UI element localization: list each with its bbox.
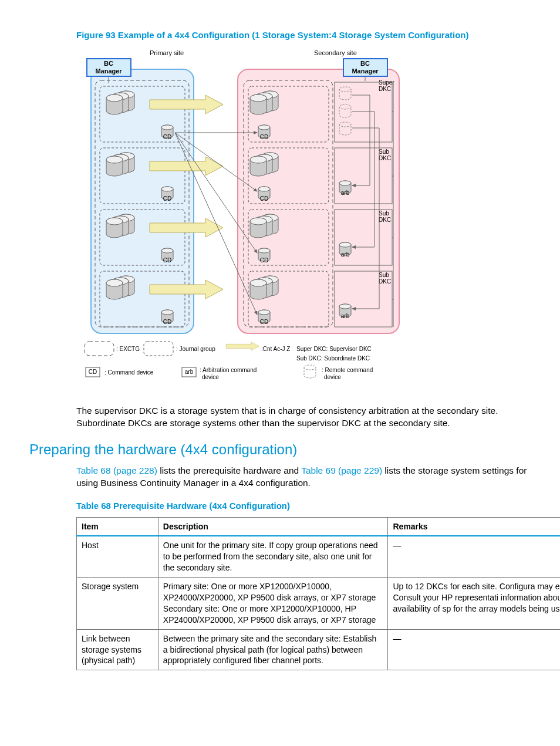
svg-text:Sub: Sub xyxy=(379,272,389,278)
th-description: Description xyxy=(158,517,388,536)
svg-text:: Arbitration command: : Arbitration command xyxy=(200,367,257,373)
svg-text:Manager: Manager xyxy=(95,67,122,75)
svg-text:CD: CD xyxy=(89,369,97,375)
svg-text:device: device xyxy=(324,374,341,380)
svg-text::Cnt Ac-J Z: :Cnt Ac-J Z xyxy=(261,346,290,352)
table-caption: Table 68 Prerequisite Hardware (4x4 Conf… xyxy=(76,500,560,512)
svg-text:arb: arb xyxy=(185,369,194,375)
svg-text:arb: arb xyxy=(341,313,350,319)
svg-text:: Remote command: : Remote command xyxy=(322,367,373,373)
svg-text:BC: BC xyxy=(360,60,370,67)
supervisor-dkc-paragraph: The supervisor DKC is a storage system t… xyxy=(76,405,546,430)
link-table-68[interactable]: Table 68 (page 228) xyxy=(76,465,157,475)
svg-text:DKC: DKC xyxy=(379,86,391,92)
prereq-hardware-table: Item Description Remarks Host One unit f… xyxy=(76,517,560,671)
svg-text:CD: CD xyxy=(163,134,171,140)
svg-text:Manager: Manager xyxy=(352,67,379,75)
svg-text:DKC: DKC xyxy=(379,217,391,223)
svg-text:DKC: DKC xyxy=(379,155,391,161)
svg-text:device: device xyxy=(202,374,219,380)
svg-text:CD: CD xyxy=(163,195,171,202)
svg-text:DKC: DKC xyxy=(379,278,391,285)
section-heading: Preparing the hardware (4x4 configuratio… xyxy=(29,440,560,459)
svg-text:Sub DKC: Subordinate DKC: Sub DKC: Subordinate DKC xyxy=(296,355,370,362)
table-row: Host One unit for the primary site. If c… xyxy=(77,536,561,577)
svg-text:BC: BC xyxy=(104,60,113,67)
svg-text:CD: CD xyxy=(260,195,268,202)
table-row: Link between storage systems (physical p… xyxy=(77,629,561,670)
svg-text:: Journal group: : Journal group xyxy=(176,346,215,352)
svg-text:CD: CD xyxy=(163,257,171,264)
svg-rect-56 xyxy=(144,342,173,356)
svg-text:Super DKC: Supervisor DKC: Super DKC: Supervisor DKC xyxy=(296,346,372,352)
intro-paragraph: Table 68 (page 228) lists the prerequisi… xyxy=(76,465,546,490)
svg-text:CD: CD xyxy=(163,319,171,325)
link-table-69[interactable]: Table 69 (page 229) xyxy=(301,465,382,475)
primary-site-label: Primary site xyxy=(150,49,184,56)
svg-text:CD: CD xyxy=(260,134,268,140)
svg-text:: EXCTG: : EXCTG xyxy=(116,346,140,352)
figure-diagram: Primary site Secondary site BC Manager B… xyxy=(82,48,560,392)
figure-caption: Figure 93 Example of a 4x4 Configuration… xyxy=(76,29,560,41)
svg-text:Sub: Sub xyxy=(379,148,389,155)
svg-text:CD: CD xyxy=(260,257,268,264)
table-row: Storage system Primary site: One or more… xyxy=(77,578,561,630)
th-remarks: Remarks xyxy=(388,517,560,536)
svg-text:Sub: Sub xyxy=(379,210,389,217)
svg-text:arb: arb xyxy=(341,190,350,196)
svg-text:CD: CD xyxy=(260,319,268,325)
svg-text:: Command device: : Command device xyxy=(104,369,154,376)
secondary-site-label: Secondary site xyxy=(314,49,357,56)
th-item: Item xyxy=(77,517,158,536)
svg-rect-54 xyxy=(85,342,114,356)
svg-text:arb: arb xyxy=(341,251,350,258)
